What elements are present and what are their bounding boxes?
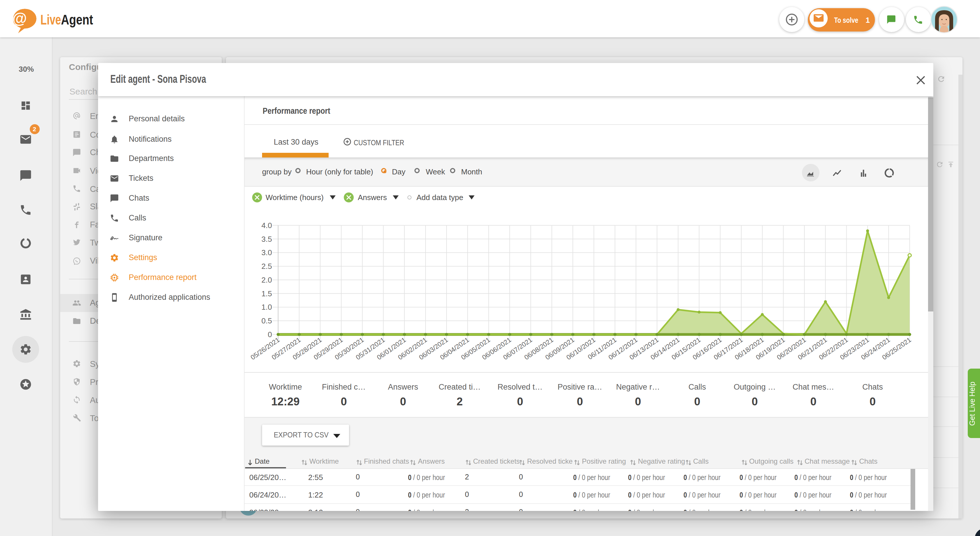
svg-text:3.5: 3.5 (261, 235, 272, 244)
svg-text:3.0: 3.0 (261, 248, 272, 257)
svg-text:Agent: Agent (61, 12, 93, 27)
svg-text:Live: Live (41, 12, 61, 27)
svg-text:2.0: 2.0 (261, 276, 272, 284)
svg-text:1.5: 1.5 (261, 289, 272, 298)
svg-text:4.0: 4.0 (261, 221, 272, 230)
svg-text:0: 0 (268, 330, 272, 339)
svg-text:2.5: 2.5 (261, 262, 272, 271)
svg-text:0.5: 0.5 (261, 316, 272, 325)
svg-text:1.0: 1.0 (261, 303, 272, 311)
